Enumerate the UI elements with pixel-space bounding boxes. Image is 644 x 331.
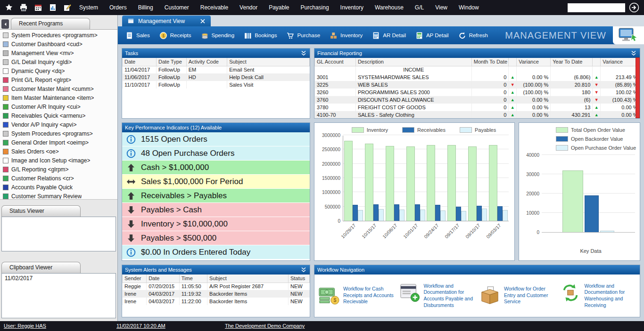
sidebar-item-general-order-import[interactable]: General Order Import <oeimp>	[1, 138, 117, 147]
tab-close-icon[interactable]	[200, 19, 205, 24]
column-header[interactable]: Date Type	[156, 58, 186, 66]
workflow-item-box[interactable]: Workflow for Order Entry and Customer Se…	[479, 286, 556, 306]
sidebar-item-print-g-l-report[interactable]: Print G/L Report <glrpt>	[1, 75, 117, 84]
toolbar-purchase-button[interactable]: Purchase	[281, 26, 325, 44]
toolbar-ap-detail-button[interactable]: AP Detail	[411, 26, 454, 44]
financial-scrollbar[interactable]	[636, 57, 640, 118]
financial-row[interactable]: 3760DISCOUNTS AND ALLOWANCE0▲0.00 %(6)▼(…	[315, 96, 640, 104]
column-header[interactable]: Time	[179, 274, 207, 283]
menu-item-customer[interactable]: Customer	[165, 4, 189, 11]
alert-row[interactable]: Reggie07/20/201511:05:50A/R Post Registe…	[123, 283, 310, 290]
sidebar-item-vendor-a-p-inquiry[interactable]: Vendor A/P Inquiry <apvi>	[1, 120, 117, 129]
column-header[interactable]: Variance	[517, 58, 551, 66]
collapse-chevrons-icon[interactable]	[300, 267, 307, 273]
sidebar-item-system-procedures[interactable]: System Procedures <programsm>	[1, 31, 117, 40]
toolbar-spending-button[interactable]: Spending	[196, 26, 239, 44]
kpi-item-payables-500-000[interactable]: Payables > $500,000	[122, 231, 310, 245]
kpi-item-receivables-payables[interactable]: Receivables > Payables	[122, 189, 310, 203]
sidebar-item-sales-orders[interactable]: Sales Orders <oe>	[1, 147, 117, 156]
sidebar-item-receivables-quick[interactable]: Receivables Quick <armenu>	[1, 111, 117, 120]
financial-row[interactable]: 4100-70SALES - Safety Clothing0▲0.00 %43…	[315, 111, 640, 118]
workflow-item-truck[interactable]: Workflow and Documentation for Warehousi…	[560, 283, 636, 309]
favorites-star-icon[interactable]	[5, 3, 13, 12]
column-header[interactable]: Variance	[601, 58, 640, 66]
collapse-chevrons-icon[interactable]	[300, 50, 307, 56]
column-header[interactable]: Date	[123, 58, 157, 66]
sidebar-item-customer-master-maint[interactable]: Customer Master Maint <cumm>	[1, 84, 117, 93]
column-header[interactable]: Year To Date	[551, 58, 593, 66]
menu-item-system[interactable]: System	[79, 4, 98, 11]
clipboard-entry[interactable]: 11/02/2017	[5, 275, 113, 282]
tab-management-view[interactable]: Management View	[122, 16, 211, 26]
sidebar-item-system-procedures[interactable]: System Procedures <programs>	[1, 129, 117, 138]
toolbar-receipts-button[interactable]: $Receipts	[155, 26, 196, 44]
sidebar-collapse-button[interactable]	[1, 19, 9, 29]
report-icon[interactable]	[49, 3, 57, 12]
financial-row[interactable]: 3225WEB SALES0▼(100.00) %20.810▼(85.89) …	[315, 81, 640, 89]
task-row[interactable]: 11/06/2017FollowUpHDHelp Desk Call	[123, 73, 310, 81]
menu-item-purchasing[interactable]: Purchasing	[301, 4, 329, 11]
menu-item-window[interactable]: Window	[459, 4, 479, 11]
column-header[interactable]	[509, 58, 517, 66]
tab-recent-programs[interactable]: Recent Programs	[11, 18, 90, 29]
column-header[interactable]: Date	[147, 274, 180, 283]
workflow-item-card[interactable]: Workflow and Documentation for Accounts …	[399, 283, 476, 309]
column-header[interactable]: Description	[355, 58, 471, 66]
financial-row[interactable]: 3260PROGRAMMIMG SALES 20000▲(100.00) %18…	[315, 89, 640, 96]
kpi-item-sales-1-000-000-for-period[interactable]: Sales $1,000,000 For Period	[122, 175, 310, 189]
sidebar-item-customer-summary-review[interactable]: Customer Summary Review	[1, 192, 117, 200]
toolbar-ar-detail-button[interactable]: AR Detail	[367, 26, 411, 44]
column-header[interactable]: Subject	[207, 274, 289, 283]
kpi-item-cash-1-000-000[interactable]: Cash > $1,000,000	[122, 161, 310, 175]
column-header[interactable]: Month To Date	[471, 58, 508, 66]
task-row[interactable]: 11/04/2017FollowUpEMEmail Sent	[123, 66, 310, 73]
statusbar-datetime-link[interactable]: 11/02/2017 10:20 AM	[116, 323, 165, 329]
toolbar-refresh-button[interactable]: Refresh	[454, 26, 493, 44]
menu-item-payable[interactable]: Payable	[269, 4, 289, 11]
financial-group-row[interactable]: INCOME	[315, 66, 640, 73]
sidebar-item-management-view[interactable]: Management View <mv>	[1, 48, 117, 57]
menu-item-warehouse[interactable]: Warehouse	[375, 4, 404, 11]
menu-item-orders[interactable]: Orders	[109, 4, 127, 11]
toolbar-inventory-button[interactable]: Inventory	[325, 26, 367, 44]
menu-item-g-l[interactable]: G/L	[415, 4, 424, 11]
go-arrow-button[interactable]	[629, 2, 639, 13]
tab-clipboard-viewer[interactable]: Clipboard Viewer	[1, 262, 81, 273]
kpi-item-payables-cash[interactable]: Payables > Cash	[122, 203, 310, 217]
workflow-item-cash[interactable]: $Workflow for Cash Receipts and Accounts…	[318, 286, 395, 306]
toolbar-sales-button[interactable]: Sales	[121, 26, 155, 44]
statusbar-user-link[interactable]: User: Reggie HAS	[4, 323, 46, 329]
calendar-icon[interactable]	[34, 3, 42, 12]
menu-item-billing[interactable]: Billing	[138, 4, 153, 11]
kpi-item-0-00-in-orders-entered-today[interactable]: $0.00 In Orders Entered Today	[122, 245, 310, 259]
toolbar-bookings-button[interactable]: Bookings	[239, 26, 281, 44]
search-input[interactable]	[568, 3, 625, 12]
sidebar-item-g-l-reporting[interactable]: G/L Reporting <glrpm>	[1, 165, 117, 174]
kpi-item-inventory-10-000-000[interactable]: Inventory > $10,000,000	[122, 217, 310, 231]
sidebar-item-accounts-payable-quick[interactable]: Accounts Payable Quick	[1, 183, 117, 192]
financial-row[interactable]: 3001SYSTEM/HARDWARE SALES0▲0.00 %(6.806)…	[315, 73, 640, 81]
alert-row[interactable]: Irene04/03/201711:22:00Backorder ItemsNE…	[123, 298, 310, 305]
sidebar-item-customer-relations[interactable]: Customer Relations <cr>	[1, 174, 117, 183]
monitor-icon[interactable]	[613, 26, 644, 44]
compose-icon[interactable]	[63, 3, 72, 12]
sidebar-item-customer-dashboard[interactable]: Customer Dashboard <cud>	[1, 40, 117, 48]
menu-item-vendor[interactable]: Vendor	[239, 4, 257, 11]
alert-row[interactable]: Irene04/03/201711:19:32Backorder ItemsNE…	[123, 290, 310, 298]
print-icon[interactable]	[19, 3, 28, 12]
column-header[interactable]: Status	[288, 274, 309, 283]
kpi-item-48-open-purchase-orders[interactable]: 48 Open Purchase Orders	[122, 146, 310, 161]
tab-status-viewer[interactable]: Status Viewer	[1, 205, 81, 217]
menu-item-receivable[interactable]: Receivable	[200, 4, 228, 11]
collapse-chevrons-icon[interactable]	[630, 50, 637, 56]
menu-item-view[interactable]: View	[435, 4, 447, 11]
task-row[interactable]: 11/10/2017FollowUpSales Visit	[123, 81, 310, 89]
column-header[interactable]: GL Account	[315, 58, 356, 66]
sidebar-item-g-l-detail-inquiry[interactable]: G/L Detail Inquiry <gldi>	[1, 57, 117, 66]
column-header[interactable]	[593, 58, 601, 66]
sidebar-item-item-master-maintenance[interactable]: Item Master Maintenance <item>	[1, 93, 117, 102]
menu-item-inventory[interactable]: Inventory	[340, 4, 363, 11]
statusbar-company-link[interactable]: The Development Demo Company	[225, 323, 305, 329]
kpi-item-1515-open-orders[interactable]: 1515 Open Orders	[122, 132, 310, 146]
column-header[interactable]: Activity Code	[186, 58, 227, 66]
